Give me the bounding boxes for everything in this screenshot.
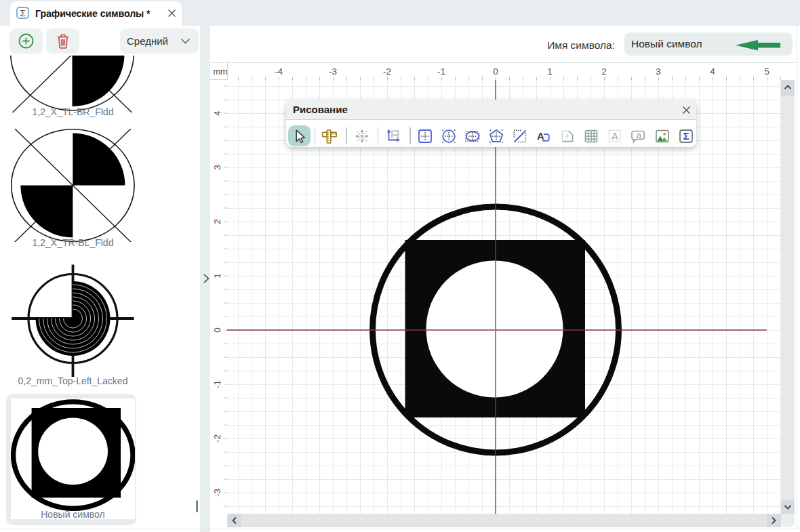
svg-text:0: 0: [212, 327, 222, 333]
svg-text:Σ: Σ: [20, 8, 26, 18]
svg-text:2: 2: [601, 66, 607, 77]
svg-text:-3: -3: [212, 489, 222, 497]
svg-text:1: 1: [547, 66, 553, 77]
svg-text:-1: -1: [437, 66, 445, 77]
svg-text:-3: -3: [329, 66, 337, 77]
svg-text:4: 4: [710, 66, 715, 77]
svg-text:3: 3: [656, 66, 661, 77]
svg-text:5: 5: [764, 66, 769, 77]
svg-text:-2: -2: [212, 434, 222, 443]
svg-text:A: A: [537, 129, 544, 141]
svg-text:4: 4: [212, 110, 222, 116]
svg-text:A: A: [612, 131, 618, 142]
svg-text:3: 3: [212, 165, 222, 170]
svg-text:-2: -2: [383, 66, 391, 77]
svg-text:Σ: Σ: [683, 131, 689, 142]
svg-text:a: a: [637, 130, 642, 140]
svg-text:1: 1: [212, 273, 222, 279]
svg-text:2: 2: [212, 219, 222, 224]
svg-text:0: 0: [493, 66, 498, 77]
svg-text:mm: mm: [214, 67, 228, 77]
svg-text:-4: -4: [275, 66, 283, 77]
svg-text:-1: -1: [212, 380, 222, 388]
